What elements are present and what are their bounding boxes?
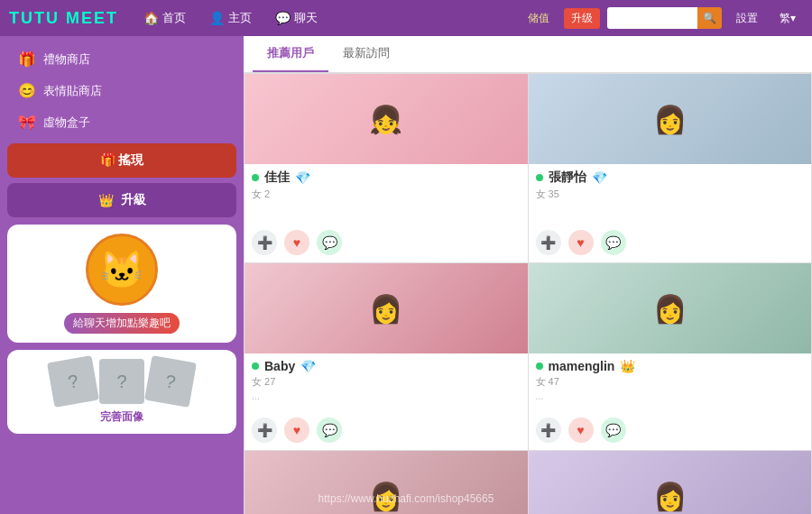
user-info: Baby 💎 女 27 ... bbox=[245, 353, 528, 414]
sidebar-item-gift-shop[interactable]: 🎁 禮物商店 bbox=[7, 43, 236, 75]
chat-button[interactable]: 💬 bbox=[317, 418, 342, 443]
user-actions: ➕ ♥ 💬 bbox=[245, 226, 528, 262]
redeem-button[interactable]: 🎁 搖現 bbox=[7, 143, 236, 178]
sidebar: 🎁 禮物商店 😊 表情貼商店 🎀 虛物盒子 🎁 搖現 👑 升級 🐱 給聊天增加點… bbox=[0, 36, 244, 514]
search-button[interactable]: 🔍 bbox=[697, 7, 722, 29]
user-photo: 👩 bbox=[529, 263, 812, 353]
user-name: mamenglin bbox=[549, 359, 615, 373]
user-card: 👧 佳佳 💎 女 2 ➕ ♥ 💬 bbox=[245, 74, 528, 262]
follow-button[interactable]: ➕ bbox=[252, 418, 277, 443]
user-name-row: 佳佳 💎 bbox=[252, 170, 521, 186]
user-photo: 👩 bbox=[529, 451, 812, 514]
photo-bg: 👩 bbox=[529, 451, 812, 514]
tabs: 推薦用戶 最新訪問 bbox=[244, 36, 812, 73]
online-indicator bbox=[536, 363, 543, 370]
diamond-badge: 💎 bbox=[592, 170, 607, 185]
user-name-row: mamenglin 👑 bbox=[536, 359, 805, 373]
like-button[interactable]: ♥ bbox=[284, 230, 309, 255]
user-gender: 女 27 bbox=[252, 375, 521, 389]
like-button[interactable]: ♥ bbox=[568, 418, 594, 443]
lang-button[interactable]: 繁▾ bbox=[772, 8, 803, 29]
user-name: 張靜怡 bbox=[549, 170, 586, 186]
like-button[interactable]: ♥ bbox=[568, 230, 594, 255]
search-box: 🔍 bbox=[607, 7, 722, 29]
users-grid: 👧 佳佳 💎 女 2 ➕ ♥ 💬 👩 張靜怡 💎 女 35 bbox=[244, 73, 812, 514]
chat-button[interactable]: 💬 bbox=[601, 230, 626, 255]
nav-chat[interactable]: 💬 聊天 bbox=[268, 6, 325, 30]
user-card: 👩 mamenglin 👑 女 47 ... ➕ ♥ 💬 bbox=[529, 263, 812, 450]
chat-button[interactable]: 💬 bbox=[317, 230, 342, 255]
photo-bg: 👩 bbox=[245, 451, 528, 514]
follow-button[interactable]: ➕ bbox=[536, 418, 561, 443]
online-indicator bbox=[536, 174, 543, 181]
user-bio bbox=[252, 203, 521, 216]
user-name-row: Baby 💎 bbox=[252, 359, 521, 373]
header-right: 储值 升级 🔍 設置 繁▾ bbox=[521, 7, 803, 29]
search-input[interactable] bbox=[607, 7, 697, 29]
settings-button[interactable]: 設置 bbox=[729, 8, 765, 29]
crown-badge: 👑 bbox=[620, 359, 635, 373]
complete-profile-label: 完善面像 bbox=[16, 409, 227, 425]
online-indicator bbox=[252, 174, 259, 181]
tab-latest[interactable]: 最新訪問 bbox=[328, 36, 404, 72]
user-card: 👩 張靜怡 💎 女 35 ➕ ♥ 💬 bbox=[529, 74, 812, 262]
user-actions: ➕ ♥ 💬 bbox=[245, 414, 528, 450]
avatar-tagline: 給聊天增加點樂趣吧 bbox=[64, 313, 180, 334]
follow-button[interactable]: ➕ bbox=[252, 230, 277, 255]
chat-button[interactable]: 💬 bbox=[601, 418, 626, 443]
sidebar-item-sticker-shop[interactable]: 😊 表情貼商店 bbox=[7, 75, 236, 106]
user-photo: 👩 bbox=[245, 263, 528, 353]
like-button[interactable]: ♥ bbox=[284, 418, 309, 443]
avatar[interactable]: 🐱 bbox=[86, 234, 158, 306]
complete-profile-section[interactable]: ? ? ? 完善面像 bbox=[7, 350, 236, 434]
user-info: 佳佳 💎 女 2 bbox=[245, 164, 528, 226]
user-bio: ... bbox=[536, 390, 805, 403]
sticker-icon: 😊 bbox=[18, 82, 36, 99]
photo-bg: 👩 bbox=[529, 74, 812, 164]
user-card: 👩 CYY 💎 女 30 ... ➕ ♥ 💬 bbox=[529, 451, 812, 514]
tab-recommended[interactable]: 推薦用戶 bbox=[253, 36, 328, 72]
user-gender: 女 2 bbox=[252, 188, 521, 201]
home-icon: 🏠 bbox=[143, 11, 159, 25]
follow-button[interactable]: ➕ bbox=[536, 230, 561, 255]
nav-profile[interactable]: 👤 主页 bbox=[202, 6, 259, 30]
diamond-badge: 💎 bbox=[295, 170, 310, 185]
user-actions: ➕ ♥ 💬 bbox=[529, 414, 812, 450]
upgrade-button[interactable]: 升级 bbox=[564, 8, 600, 29]
logo: TUTU MEET bbox=[9, 9, 118, 28]
online-indicator bbox=[252, 363, 259, 370]
photos-collage: ? ? ? bbox=[16, 359, 227, 404]
crown-icon: 👑 bbox=[98, 193, 114, 207]
user-card: 👩 Baby 💎 女 27 ... ➕ ♥ 💬 bbox=[245, 263, 528, 450]
user-bio: ... bbox=[252, 390, 521, 403]
sidebar-item-virtual-box[interactable]: 🎀 虛物盒子 bbox=[7, 106, 236, 138]
box-icon: 🎀 bbox=[18, 114, 36, 131]
user-card: 👩 美惠子 👑 女 28 ... ➕ ♥ 💬 bbox=[245, 451, 528, 514]
user-actions: ➕ ♥ 💬 bbox=[529, 226, 812, 262]
photo-bg: 👩 bbox=[529, 263, 812, 353]
content-area: 推薦用戶 最新訪問 👧 佳佳 💎 女 2 ➕ ♥ 💬 👩 bbox=[244, 36, 812, 514]
photo-placeholder-3: ? bbox=[144, 355, 197, 408]
user-photo: 👩 bbox=[245, 451, 528, 514]
user-name: Baby bbox=[264, 359, 295, 373]
header: TUTU MEET 🏠 首页 👤 主页 💬 聊天 储值 升级 🔍 設置 繁▾ bbox=[0, 0, 812, 36]
user-bio bbox=[536, 203, 805, 216]
nav-home[interactable]: 🏠 首页 bbox=[136, 6, 193, 30]
user-info: 張靜怡 💎 女 35 bbox=[529, 164, 812, 226]
avatar-section: 🐱 給聊天增加點樂趣吧 bbox=[7, 225, 236, 343]
user-photo: 👧 bbox=[245, 74, 528, 164]
charge-button[interactable]: 储值 bbox=[521, 8, 557, 29]
gift-icon: 🎁 bbox=[18, 50, 36, 68]
user-name-row: 張靜怡 💎 bbox=[536, 170, 805, 186]
user-gender: 女 35 bbox=[536, 188, 805, 201]
main-layout: 🎁 禮物商店 😊 表情貼商店 🎀 虛物盒子 🎁 搖現 👑 升級 🐱 給聊天增加點… bbox=[0, 36, 812, 514]
photo-placeholder-2: ? bbox=[99, 359, 144, 404]
chat-icon: 💬 bbox=[275, 11, 291, 25]
user-icon: 👤 bbox=[209, 11, 225, 25]
photo-bg: 👧 bbox=[245, 74, 528, 164]
diamond-badge: 💎 bbox=[300, 359, 316, 373]
user-photo: 👩 bbox=[529, 74, 812, 164]
user-info: mamenglin 👑 女 47 ... bbox=[529, 353, 812, 414]
upgrade-sidebar-button[interactable]: 👑 升級 bbox=[7, 183, 236, 217]
photo-placeholder-1: ? bbox=[47, 355, 99, 408]
